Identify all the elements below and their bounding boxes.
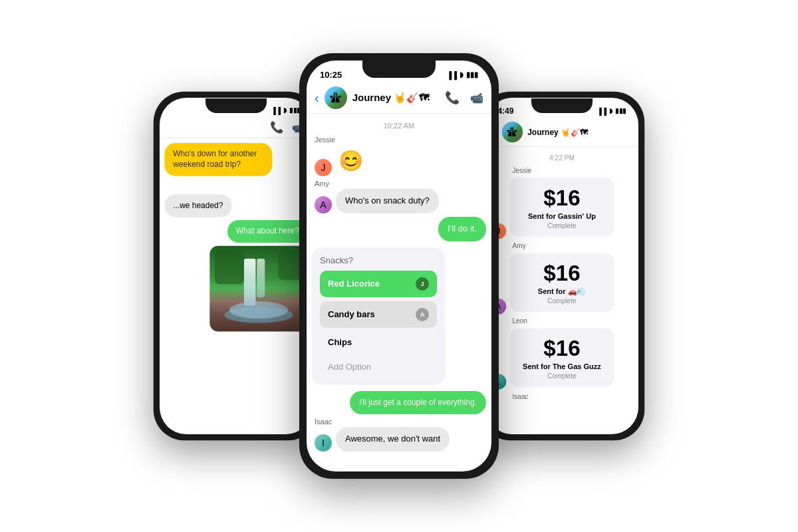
phone-icon-left[interactable]: 📞 [270, 120, 283, 134]
sender-label-isaac-right: Isaac [490, 392, 633, 401]
vote-avatar-2: A [416, 308, 429, 321]
avatar-jessie: J [315, 159, 332, 176]
back-button-center[interactable]: ‹ [315, 90, 319, 106]
timestamp-right: 4:22 PM [490, 154, 633, 162]
group-avatar-right: 🛣 [502, 122, 523, 142]
msg-row-left-1: Who's down for another weekend road trip… [164, 143, 307, 176]
nav-bar-center: ‹ 🛣 Journey 🤘🎸🗺 📞 📹 [307, 82, 491, 114]
avatar-amy: A [315, 196, 332, 213]
sender-amy: Amy A Who's on snack duty? [315, 180, 486, 213]
payment-area-right: 4:22 PM Jessie J $16 Sent for Gassin' Up… [485, 147, 638, 434]
phone-left: ▐▐ ◗ ▮▮▮ 📞 📹 Who's down for another week… [154, 92, 319, 440]
poll-add-option[interactable]: Add Option [320, 356, 437, 377]
msg-row-image [164, 245, 307, 331]
payment-card-amy: $16 Sent for 🚗💨 Complete [510, 253, 614, 312]
poll-option-chips[interactable]: Chips [320, 332, 437, 352]
waterfall-image [209, 245, 307, 331]
status-time-right: 4:49 [497, 106, 513, 116]
notch-left [205, 98, 267, 113]
payment-row-leon: Leon L $16 Sent for The Gas Guzz Complet… [490, 317, 633, 390]
status-icons-right: ▐▐ ◗ ▮▮▮ [597, 107, 626, 115]
phone-right: 4:49 ▐▐ ◗ ▮▮▮ ‹ 🛣 Journey 🤘🎸🗺 4:22 PM [479, 92, 644, 440]
sender-isaac: Isaac I Awesome, we don't want [315, 418, 486, 452]
message-area-left: Who's down for another weekend road trip… [160, 138, 313, 434]
sender-jessie: Jessie J 😊 [315, 136, 486, 176]
msg-row-final: I'll just get a couple of everything. [312, 391, 486, 415]
nav-icons-center: 📞 📹 [445, 90, 483, 105]
phone-icon-center[interactable]: 📞 [445, 90, 460, 105]
poll-option-candy-bars[interactable]: Candy bars A [320, 301, 437, 328]
poll-widget[interactable]: Snacks? Red Licorice J Candy bars A [312, 247, 445, 385]
group-name-right: Journey 🤘🎸🗺 [527, 128, 631, 137]
bubble-yellow-1: Who's down for another weekend road trip… [164, 143, 271, 176]
msg-row-left-3: What about here? [164, 220, 307, 243]
msg-row-illdoit: I'll do it. [312, 217, 486, 241]
bubble-gray-1: ...we headed? [164, 194, 231, 217]
bubble-final: I'll just get a couple of everything. [350, 391, 486, 415]
poll-title: Snacks? [320, 255, 437, 265]
payment-card-leon: $16 Sent for The Gas Guzz Complete [510, 329, 614, 387]
status-time-center: 10:25 [320, 70, 342, 80]
bubble-illdoit: I'll do it. [438, 217, 486, 241]
message-area-center: 10:22 AM Jessie J 😊 Amy A [307, 114, 491, 471]
video-icon-center[interactable]: 📹 [470, 92, 483, 104]
timestamp-center: 10:22 AM [312, 122, 486, 130]
emoji-jessie: 😊 [336, 145, 366, 176]
notch-right [531, 98, 593, 113]
bubble-isaac: Awesome, we don't want [336, 427, 450, 452]
bubble-amy: Who's on snack duty? [336, 189, 439, 213]
avatar-isaac: I [315, 434, 332, 452]
group-name-center: Journey 🤘🎸🗺 [352, 92, 440, 104]
poll-option-red-licorice[interactable]: Red Licorice J [320, 271, 437, 297]
status-icons-left: ▐▐ ◗ ▮▮▮ [271, 106, 301, 114]
status-icons-center: ▐▐ ◗ ▮▮▮ [446, 70, 478, 79]
payment-row-jessie: Jessie J $16 Sent for Gassin' Up Complet… [490, 167, 633, 239]
notch-center [362, 61, 436, 78]
payment-card-jessie: $16 Sent for Gassin' Up Complete [510, 178, 614, 237]
nav-bar-right: ‹ 🛣 Journey 🤘🎸🗺 [485, 118, 638, 146]
phone-center: 10:25 ▐▐ ◗ ▮▮▮ ‹ 🛣 Journey 🤘🎸🗺 📞 📹 [299, 53, 499, 479]
msg-row-left-2: ...we headed? [164, 194, 307, 217]
payment-row-amy: Amy A $16 Sent for 🚗💨 Complete [490, 242, 633, 315]
group-avatar-center: 🛣 [325, 86, 347, 109]
vote-avatar-1: J [416, 277, 429, 291]
nav-bar-left: 📞 📹 [160, 117, 313, 138]
bubble-green-1: What about here? [227, 220, 308, 243]
